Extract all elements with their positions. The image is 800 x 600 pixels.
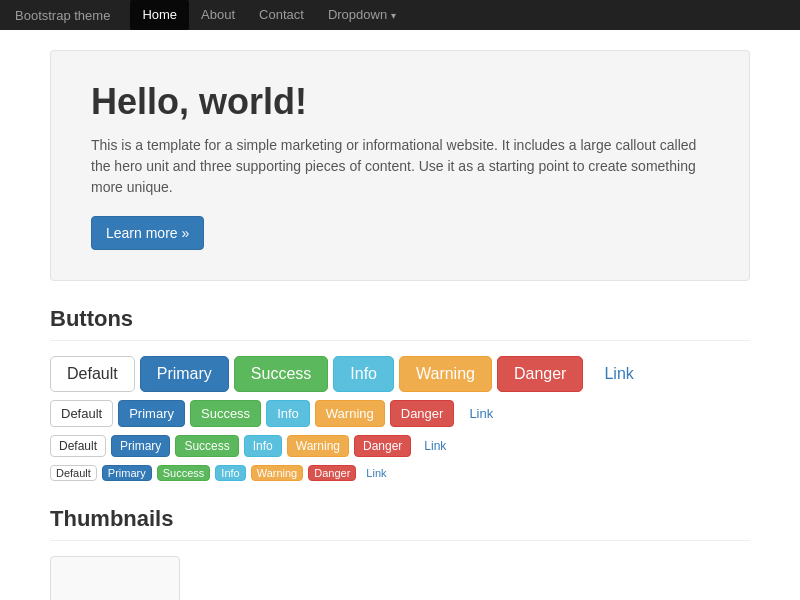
thumbnails-section: Thumbnails 200x200 xyxy=(50,506,750,600)
btn-primary-lg[interactable]: Primary xyxy=(140,356,229,392)
btn-warning-md[interactable]: Warning xyxy=(315,400,385,427)
btn-link-md[interactable]: Link xyxy=(459,401,503,426)
nav-link-contact[interactable]: Contact xyxy=(247,0,316,30)
btn-info-sm[interactable]: Info xyxy=(244,435,282,457)
btn-danger-md[interactable]: Danger xyxy=(390,400,455,427)
btn-default-lg[interactable]: Default xyxy=(50,356,135,392)
btn-primary-sm[interactable]: Primary xyxy=(111,435,170,457)
btn-success-md[interactable]: Success xyxy=(190,400,261,427)
btn-info-lg[interactable]: Info xyxy=(333,356,394,392)
main-content: Hello, world! This is a template for a s… xyxy=(35,30,765,600)
btn-success-xs[interactable]: Success xyxy=(157,465,211,481)
button-row-sm: Default Primary Success Info Warning Dan… xyxy=(50,435,750,457)
btn-warning-xs[interactable]: Warning xyxy=(251,465,304,481)
navbar-nav: Home About Contact Dropdown ▾ xyxy=(130,0,407,31)
btn-link-xs[interactable]: Link xyxy=(361,466,391,480)
btn-default-sm[interactable]: Default xyxy=(50,435,106,457)
btn-link-sm[interactable]: Link xyxy=(416,436,454,456)
btn-danger-sm[interactable]: Danger xyxy=(354,435,411,457)
btn-warning-sm[interactable]: Warning xyxy=(287,435,349,457)
dropdown-label: Dropdown xyxy=(328,7,387,22)
button-row-md: Default Primary Success Info Warning Dan… xyxy=(50,400,750,427)
btn-danger-xs[interactable]: Danger xyxy=(308,465,356,481)
nav-link-home[interactable]: Home xyxy=(130,0,189,30)
navbar-brand[interactable]: Bootstrap theme xyxy=(15,8,110,23)
learn-more-button[interactable]: Learn more » xyxy=(91,216,204,250)
nav-item-contact[interactable]: Contact xyxy=(247,0,316,31)
btn-link-lg[interactable]: Link xyxy=(588,357,649,391)
thumbnails-title: Thumbnails xyxy=(50,506,750,541)
btn-info-md[interactable]: Info xyxy=(266,400,310,427)
btn-info-xs[interactable]: Info xyxy=(215,465,245,481)
btn-success-sm[interactable]: Success xyxy=(175,435,238,457)
hero-title: Hello, world! xyxy=(91,81,709,123)
btn-danger-lg[interactable]: Danger xyxy=(497,356,583,392)
nav-item-home[interactable]: Home xyxy=(130,0,189,31)
nav-item-dropdown[interactable]: Dropdown ▾ xyxy=(316,0,408,31)
hero-description: This is a template for a simple marketin… xyxy=(91,135,709,198)
chevron-down-icon: ▾ xyxy=(391,10,396,21)
nav-link-dropdown[interactable]: Dropdown ▾ xyxy=(316,0,408,31)
buttons-title: Buttons xyxy=(50,306,750,341)
hero-unit: Hello, world! This is a template for a s… xyxy=(50,50,750,281)
nav-link-about[interactable]: About xyxy=(189,0,247,30)
thumbnail-item[interactable]: 200x200 xyxy=(50,556,180,600)
btn-primary-md[interactable]: Primary xyxy=(118,400,185,427)
button-row-xs: Default Primary Success Info Warning Dan… xyxy=(50,465,750,481)
btn-default-xs[interactable]: Default xyxy=(50,465,97,481)
navbar: Bootstrap theme Home About Contact Dropd… xyxy=(0,0,800,30)
btn-success-lg[interactable]: Success xyxy=(234,356,328,392)
btn-default-md[interactable]: Default xyxy=(50,400,113,427)
btn-warning-lg[interactable]: Warning xyxy=(399,356,492,392)
btn-primary-xs[interactable]: Primary xyxy=(102,465,152,481)
button-row-lg: Default Primary Success Info Warning Dan… xyxy=(50,356,750,392)
nav-item-about[interactable]: About xyxy=(189,0,247,31)
buttons-section: Buttons Default Primary Success Info War… xyxy=(50,306,750,481)
